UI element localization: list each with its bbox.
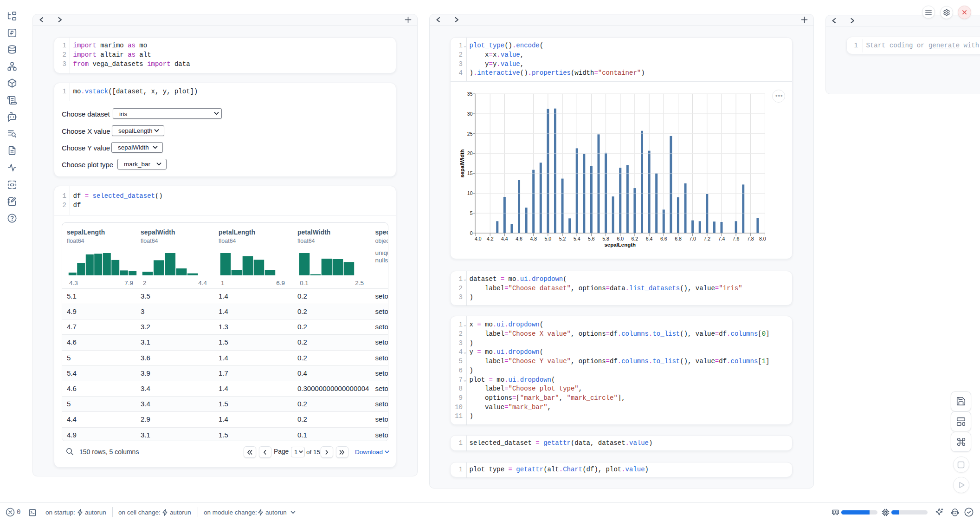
svg-text:5.4: 5.4: [574, 236, 580, 241]
svg-text:7.0: 7.0: [689, 236, 696, 241]
svg-text:7.8: 7.8: [747, 236, 754, 241]
svg-text:5: 5: [470, 210, 473, 216]
svg-text:25: 25: [467, 131, 473, 137]
svg-text:4.2: 4.2: [487, 236, 494, 241]
svg-text:10: 10: [467, 190, 473, 196]
svg-text:6.4: 6.4: [646, 236, 653, 241]
svg-text:sepalWidth: sepalWidth: [459, 149, 465, 177]
svg-text:6.8: 6.8: [675, 236, 682, 241]
svg-text:7.4: 7.4: [718, 236, 725, 241]
svg-text:20: 20: [467, 150, 473, 156]
svg-text:15: 15: [467, 170, 473, 176]
svg-text:6.0: 6.0: [617, 236, 624, 241]
svg-text:7.2: 7.2: [703, 236, 710, 241]
svg-text:6.2: 6.2: [632, 236, 638, 241]
svg-text:5.8: 5.8: [602, 236, 609, 241]
svg-text:5.6: 5.6: [588, 236, 595, 241]
svg-text:4.8: 4.8: [530, 236, 537, 241]
svg-text:4.6: 4.6: [516, 236, 522, 241]
svg-text:0: 0: [470, 230, 473, 236]
svg-text:8.0: 8.0: [759, 236, 766, 241]
svg-text:4.0: 4.0: [475, 236, 482, 241]
svg-text:35: 35: [467, 91, 473, 97]
svg-text:6.6: 6.6: [660, 236, 667, 241]
svg-text:30: 30: [467, 111, 473, 117]
svg-text:5.2: 5.2: [559, 236, 566, 241]
svg-text:4.4: 4.4: [501, 236, 508, 241]
svg-text:7.6: 7.6: [733, 236, 740, 241]
svg-text:5.0: 5.0: [545, 236, 552, 241]
svg-text:sepalLength: sepalLength: [604, 242, 636, 247]
